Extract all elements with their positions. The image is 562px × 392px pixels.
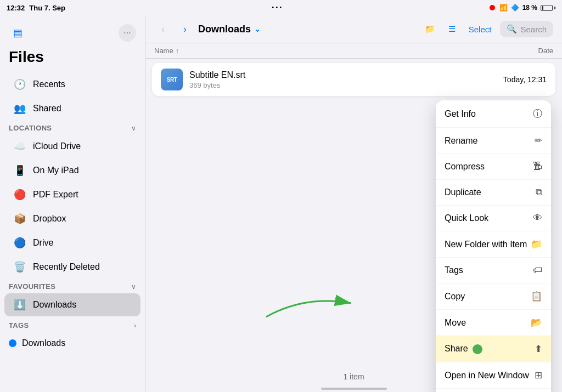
- status-indicators: 📶 🔷 18 %: [490, 4, 555, 12]
- menu-item-move[interactable]: Move 📂: [436, 310, 551, 336]
- tag-label: Downloads: [22, 338, 65, 348]
- sidebar: ▤ ··· Files 🕐 Recents 👥 Shared Locations…: [0, 15, 145, 392]
- more-icon: ···: [123, 28, 131, 38]
- content-area: ‹ › Downloads ⌄ 📁 ☰ Select 🔍 Search: [145, 15, 562, 392]
- ipad-icon: 📱: [13, 164, 26, 177]
- tag-color-dot: [9, 339, 16, 347]
- sidebar-toggle-icon: ▤: [13, 27, 23, 39]
- locations-chevron-icon: ∨: [131, 124, 136, 132]
- sidebar-item-label: Downloads: [33, 300, 76, 310]
- copy-icon: 📋: [531, 291, 542, 302]
- share-icon: ⬆: [535, 343, 542, 355]
- favourites-chevron-icon: ∨: [131, 283, 136, 291]
- app-title: Files: [0, 46, 145, 72]
- battery-percent: 18 %: [522, 4, 537, 12]
- trash-icon: 🗑️: [13, 261, 26, 273]
- sidebar-item-recently-deleted[interactable]: 🗑️ Recently Deleted: [4, 255, 140, 279]
- tags-chevron-icon: ›: [134, 322, 136, 329]
- menu-item-rename[interactable]: Rename ✏: [436, 128, 551, 154]
- sidebar-item-label: PDF Expert: [33, 190, 78, 200]
- sidebar-item-recents[interactable]: 🕐 Recents: [4, 73, 140, 96]
- record-indicator: [490, 5, 496, 10]
- dropbox-icon: 📦: [13, 213, 26, 225]
- menu-item-quick-look-label: Quick Look: [445, 213, 488, 223]
- sidebar-item-label: Dropbox: [33, 214, 66, 224]
- menu-item-open-in-new-window[interactable]: Open in New Window ⊞: [436, 362, 551, 389]
- favourites-section-title: Favourites: [9, 282, 55, 291]
- date-display: Thu 7. Sep: [29, 4, 65, 12]
- sidebar-item-label: On My iPad: [33, 166, 79, 175]
- menu-item-get-info-label: Get Info: [445, 109, 476, 119]
- sidebar-item-on-my-ipad[interactable]: 📱 On My iPad: [4, 159, 140, 182]
- menu-item-open-new-window-label: Open in New Window: [445, 371, 529, 380]
- menu-item-rename-label: Rename: [445, 136, 477, 146]
- menu-item-tags-label: Tags: [445, 265, 463, 275]
- move-icon: 📂: [531, 317, 542, 328]
- sidebar-item-label: Recently Deleted: [33, 262, 100, 272]
- menu-item-compress-label: Compress: [445, 162, 485, 172]
- sidebar-item-label: Recents: [33, 79, 65, 89]
- locations-section-title: Locations: [9, 124, 52, 132]
- sidebar-item-label: Shared: [33, 104, 61, 113]
- context-menu: Get Info ⓘ Rename ✏ Compress 🗜 Duplicate…: [436, 100, 551, 392]
- share-recording-dot: [473, 344, 482, 354]
- sidebar-item-shared[interactable]: 👥 Shared: [4, 97, 140, 120]
- tags-section-title: Tags: [9, 321, 29, 329]
- info-icon: ⓘ: [533, 107, 542, 120]
- recents-icon: 🕐: [13, 78, 26, 90]
- sidebar-header: ▤ ···: [0, 15, 145, 46]
- downloads-icon: ⬇️: [13, 299, 26, 311]
- sidebar-item-label: Drive: [33, 238, 53, 248]
- menu-item-share[interactable]: Share ⬆: [436, 336, 551, 362]
- wifi-icon: 📶: [499, 4, 508, 12]
- compress-icon: 🗜: [533, 161, 542, 172]
- sidebar-item-dropbox[interactable]: 📦 Dropbox: [4, 207, 140, 230]
- open-new-window-icon: ⊞: [535, 370, 542, 381]
- status-bar: 12:32 Thu 7. Sep ··· 📶 🔷 18 %: [0, 0, 562, 15]
- sidebar-item-label: iCloud Drive: [33, 141, 81, 151]
- menu-item-tags[interactable]: Tags 🏷: [436, 258, 551, 283]
- annotation-arrow: [261, 284, 359, 322]
- sidebar-item-pdf-expert[interactable]: 🔴 PDF Expert: [4, 183, 140, 206]
- new-folder-with-item-icon: 📁: [531, 238, 542, 250]
- sidebar-item-icloud[interactable]: ☁️ iCloud Drive: [4, 135, 140, 158]
- menu-item-quick-look[interactable]: Quick Look 👁: [436, 206, 551, 231]
- sidebar-toggle-button[interactable]: ▤: [9, 24, 26, 42]
- menu-item-new-folder[interactable]: New Folder with Item 📁: [436, 231, 551, 258]
- menu-item-get-info[interactable]: Get Info ⓘ: [436, 100, 551, 128]
- time-display: 12:32: [7, 4, 25, 12]
- bluetooth-icon: 🔷: [511, 4, 519, 12]
- menu-item-duplicate-label: Duplicate: [445, 188, 481, 197]
- menu-item-compress[interactable]: Compress 🗜: [436, 154, 551, 180]
- menu-item-share-label: Share: [445, 344, 482, 354]
- sidebar-item-drive[interactable]: 🔵 Drive: [4, 231, 140, 254]
- shared-icon: 👥: [13, 103, 26, 115]
- drive-icon: 🔵: [13, 237, 26, 249]
- tags-section-header[interactable]: Tags ›: [0, 317, 145, 334]
- duplicate-icon: ⧉: [536, 187, 542, 198]
- sidebar-more-button[interactable]: ···: [119, 24, 136, 42]
- rename-icon: ✏: [535, 135, 542, 146]
- quick-look-icon: 👁: [533, 213, 542, 224]
- menu-item-copy-label: Copy: [445, 292, 465, 302]
- menu-item-duplicate[interactable]: Duplicate ⧉: [436, 180, 551, 206]
- battery-icon: [541, 5, 555, 11]
- locations-section-header[interactable]: Locations ∨: [0, 121, 145, 134]
- menu-item-move-label: Move: [445, 318, 466, 328]
- menu-item-copy[interactable]: Copy 📋: [436, 283, 551, 310]
- tags-icon: 🏷: [533, 265, 542, 276]
- sidebar-item-downloads[interactable]: ⬇️ Downloads: [4, 293, 140, 316]
- icloud-icon: ☁️: [13, 140, 26, 152]
- context-menu-overlay: Get Info ⓘ Rename ✏ Compress 🗜 Duplicate…: [145, 15, 562, 392]
- menu-item-delete[interactable]: Delete 🗑: [436, 389, 551, 392]
- record-dot: [490, 5, 495, 10]
- three-dot-menu: ···: [272, 2, 283, 14]
- tag-item-downloads[interactable]: Downloads: [0, 334, 145, 353]
- pdf-expert-icon: 🔴: [13, 189, 26, 201]
- favourites-section-header[interactable]: Favourites ∨: [0, 279, 145, 293]
- menu-item-new-folder-label: New Folder with Item: [445, 240, 527, 249]
